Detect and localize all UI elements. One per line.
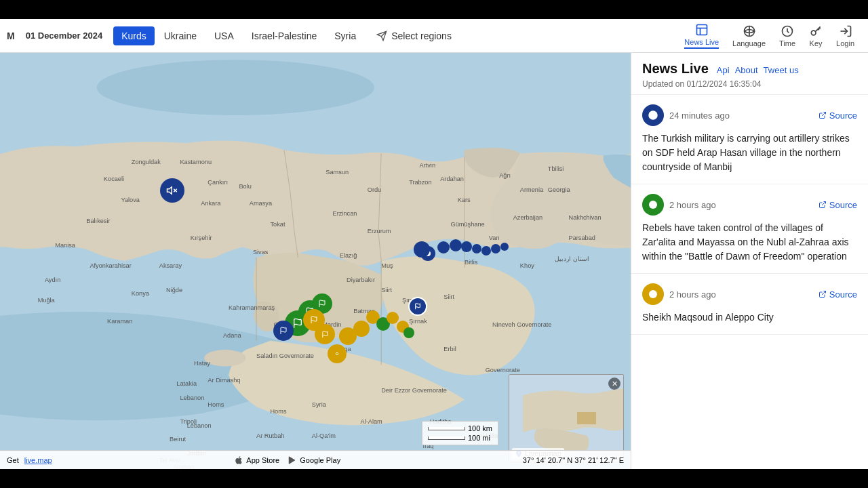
svg-text:Lebanon: Lebanon	[180, 394, 204, 401]
svg-text:Diyarbakır: Diyarbakır	[347, 277, 375, 283]
svg-text:Nakhchivan: Nakhchivan	[569, 214, 601, 221]
svg-text:Hatay: Hatay	[194, 360, 210, 367]
scale-label-mi: 100 mi	[468, 434, 490, 442]
marker-blue-5[interactable]	[472, 244, 481, 253]
news-live-label: News Live	[684, 38, 719, 46]
news-source-3[interactable]: Source	[818, 289, 857, 300]
marker-signal[interactable]	[160, 178, 184, 203]
news-item-1-left: 24 minutes ago	[642, 104, 730, 126]
time-icon	[781, 24, 794, 38]
get-app-label: Get	[7, 456, 19, 464]
svg-text:Al-Alam: Al-Alam	[361, 418, 383, 425]
svg-text:Aydın: Aydın	[45, 277, 60, 283]
marker-blue-2[interactable]	[437, 241, 450, 253]
svg-text:Erzurum: Erzurum	[368, 228, 391, 235]
svg-text:Elazığ: Elazığ	[340, 252, 357, 259]
mini-map-close-button[interactable]: ✕	[608, 378, 620, 390]
nav-date: 01 December 2024	[26, 30, 102, 41]
svg-text:Saladın Governorate: Saladın Governorate	[256, 352, 314, 359]
nav-login[interactable]: Login	[836, 24, 854, 47]
marker-blue-4[interactable]	[461, 241, 472, 252]
news-item-3: 2 hours ago Source Sheikh Maqsoud in Ale…	[631, 274, 868, 335]
svg-text:Tokat: Tokat	[270, 221, 285, 228]
svg-point-12	[204, 350, 245, 367]
select-regions-button[interactable]: Select regions	[368, 26, 460, 45]
marker-yellow-2[interactable]	[315, 324, 335, 344]
svg-text:Armenia: Armenia	[520, 186, 544, 193]
location-arrow-icon	[376, 30, 387, 41]
news-time-1: 24 minutes ago	[669, 110, 730, 121]
nav-language[interactable]: Language	[732, 24, 766, 47]
news-avatar-1	[642, 104, 664, 126]
svg-text:Sivas: Sivas	[253, 249, 269, 256]
svg-text:Siirt: Siirt	[381, 287, 392, 293]
map-container[interactable]: Zonguldak Kocaeli Yalova Balıkesir Manis…	[0, 53, 631, 469]
marker-green-flag-4[interactable]	[273, 321, 294, 341]
nav-key[interactable]: Key	[809, 24, 823, 47]
svg-text:Beirut: Beirut	[170, 436, 186, 443]
svg-text:Muş: Muş	[381, 262, 393, 269]
svg-text:Aksaray: Aksaray	[159, 262, 182, 269]
svg-text:Nineveh Governorate: Nineveh Governorate	[492, 321, 551, 328]
nav-right-icons: News Live Language Time Key	[684, 23, 861, 49]
svg-text:Homs: Homs	[208, 401, 224, 408]
app-store-button[interactable]: App Store	[234, 455, 279, 465]
news-item-1-header: 24 minutes ago Source	[642, 104, 857, 126]
svg-point-103	[336, 352, 338, 354]
svg-marker-94	[167, 187, 172, 195]
marker-blue-6[interactable]	[481, 246, 491, 256]
coords-display: 37° 14' 20.7" N 37° 21' 12.7" E	[523, 456, 624, 464]
tab-syria[interactable]: Syria	[326, 26, 364, 45]
google-play-button[interactable]: Google Play	[288, 455, 340, 465]
tab-usa[interactable]: USA	[206, 26, 242, 45]
svg-text:Van: Van	[489, 235, 500, 241]
tweet-link[interactable]: Tweet us	[764, 65, 799, 75]
svg-text:Karaman: Karaman	[107, 318, 132, 325]
top-black-bar	[0, 0, 868, 19]
news-text-2: Rebels have taken control of the village…	[642, 221, 857, 264]
nav-news-live[interactable]: News Live	[684, 23, 719, 49]
svg-text:Amasya: Amasya	[250, 200, 273, 207]
svg-text:Latakia: Latakia	[176, 380, 197, 387]
svg-text:Ardahan: Ardahan	[440, 176, 464, 182]
marker-blue-flag[interactable]	[408, 297, 427, 316]
map-coords-bar: Get live.map App Store Google Play 37° 1…	[0, 450, 631, 469]
live-map-link[interactable]: live.map	[24, 456, 52, 464]
marker-blue-8[interactable]	[500, 243, 509, 251]
news-source-2[interactable]: Source	[818, 200, 857, 210]
marker-green-sm2[interactable]	[403, 327, 414, 338]
about-link[interactable]: About	[735, 65, 758, 75]
svg-text:Ağrı: Ağrı	[499, 172, 511, 179]
svg-text:Konya: Konya	[132, 290, 150, 297]
tab-israel-palestine[interactable]: Israel-Palestine	[243, 26, 326, 45]
svg-text:Homs: Homs	[270, 408, 286, 415]
nav-time[interactable]: Time	[779, 24, 795, 47]
svg-text:Samsun: Samsun	[326, 169, 349, 176]
news-header-links: Api About Tweet us	[717, 65, 799, 75]
key-label: Key	[810, 39, 823, 47]
svg-point-8	[811, 30, 816, 35]
mini-map: ✕ Liveuamap	[509, 374, 624, 462]
tab-ukraine[interactable]: Ukraine	[156, 26, 205, 45]
svg-text:Muğla: Muğla	[38, 297, 56, 304]
svg-text:Erzincan: Erzincan	[333, 210, 357, 217]
svg-text:Tripoli: Tripoli	[180, 418, 197, 425]
marker-blue-7[interactable]	[491, 244, 500, 253]
news-item-2-header: 2 hours ago Source	[642, 194, 857, 216]
news-source-1[interactable]: Source	[818, 110, 857, 121]
marker-blue-3[interactable]	[450, 239, 462, 251]
news-item-2: 2 hours ago Source Rebels have taken con…	[631, 184, 868, 274]
tab-kurds[interactable]: Kurds	[113, 26, 155, 45]
marker-blue-large[interactable]	[414, 241, 430, 258]
api-link[interactable]: Api	[717, 65, 730, 75]
navbar: M 01 December 2024 Kurds Ukraine USA Isr…	[0, 19, 868, 53]
svg-text:Tbilisi: Tbilisi	[548, 165, 564, 172]
svg-text:Bitlis: Bitlis	[465, 259, 478, 266]
svg-rect-2	[696, 24, 707, 35]
svg-text:Parsabad: Parsabad	[569, 235, 595, 241]
marker-yellow-3[interactable]	[328, 344, 347, 363]
svg-text:Kırşehir: Kırşehir	[191, 235, 212, 241]
svg-text:Gümüşhane: Gümüşhane	[451, 221, 485, 228]
language-label: Language	[732, 39, 766, 47]
svg-text:Syria: Syria	[312, 401, 327, 408]
